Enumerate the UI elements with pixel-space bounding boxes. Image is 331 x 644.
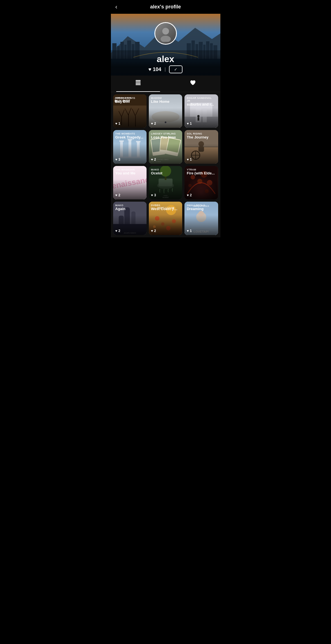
card-title-journey: The Journey [187, 135, 216, 140]
card-title-buy-dirt: Buy Dirt [115, 99, 144, 104]
card-artist-journey: SOL RISING [187, 132, 216, 135]
card-artist-dreaming: SMALLPOOLS [187, 204, 216, 207]
music-card-journey[interactable]: SOL RISING The Journey ♥ 1 [184, 130, 218, 163]
music-card-again[interactable]: AGAIN MAKO MAKO Again ♥ 2 [113, 202, 147, 235]
profile-hero: alex ♥ 104 | ✓ [111, 14, 220, 76]
checkmark-icon: ✓ [174, 67, 177, 72]
profile-stats: ♥ 104 | ✓ [111, 65, 220, 73]
music-card-you-and-me[interactable]: Renaissance THE MAGICIAN You and Me ♥ 2 [113, 166, 147, 199]
profile-name: alex [111, 54, 220, 64]
page-title: alex's profile [150, 4, 181, 10]
card-artist-fire: YTRAM [187, 168, 216, 171]
card-artist-again: MAKO [115, 204, 144, 207]
card-likes-lose-you: ♥ 2 [151, 158, 180, 161]
heart-tab-icon [189, 79, 197, 88]
heart-icon: ♥ [151, 229, 153, 233]
music-card-west-coast[interactable]: WEST COAST DVBBS West Coast (f... ♥ 2 [149, 202, 182, 235]
svg-point-21 [161, 36, 171, 42]
card-artist-ocelot: MAKO [151, 168, 180, 171]
card-artist-lose-you: LINDSEY STIRLING [151, 132, 180, 135]
tab-bar [111, 76, 220, 92]
svg-rect-23 [136, 81, 141, 82]
card-likes-journey: ♥ 1 [187, 158, 216, 161]
music-grid: JORDAN DAVIS BUY DIRT JORDAN DAVIS Buy D… [111, 92, 220, 237]
likes-count: ♥ 104 [149, 67, 161, 72]
card-title-ocelot: Ocelot [151, 171, 180, 176]
avatar [154, 22, 177, 45]
card-likes-buy-dirt: ♥ 1 [115, 122, 144, 126]
collection-icon [134, 79, 142, 88]
card-artist-greek: THE WOMBATS [115, 132, 144, 135]
card-likes-fire: ♥ 2 [187, 193, 216, 197]
avatar-image [155, 23, 176, 44]
heart-icon: ♥ [187, 193, 189, 197]
music-card-greek-tragedy[interactable]: THE WOMBATS Greek Tragedy... ♥ 3 [113, 130, 147, 163]
tab-likes[interactable] [166, 76, 220, 92]
heart-icon: ♥ [115, 193, 117, 197]
heart-icon: ♥ [187, 229, 189, 233]
card-title-dreaming: Dreaming [187, 207, 216, 211]
back-button[interactable]: ‹ [115, 3, 117, 11]
music-card-dreaming[interactable]: LOVETAP! SMALLPOOLS SMALLPOOLS Dreaming … [184, 202, 218, 235]
music-card-buy-dirt[interactable]: JORDAN DAVIS BUY DIRT JORDAN DAVIS Buy D… [113, 94, 147, 128]
svg-rect-25 [136, 84, 141, 85]
card-likes-like-home: ♥ 2 [151, 122, 180, 126]
music-card-lose-you[interactable]: Lose You Now LINDSEY STIRLING x MAKO LIN… [149, 130, 182, 163]
card-title-like-home: Like Home [151, 99, 180, 104]
heart-icon: ♥ [151, 158, 153, 161]
card-title-you-and-me: You and Me [115, 171, 144, 176]
card-title-west-coast: West Coast (f... [151, 207, 180, 211]
svg-rect-22 [136, 80, 141, 81]
card-likes-dreaming: ♥ 1 [187, 229, 216, 233]
heart-icon: ♥ [151, 122, 153, 126]
heart-icon: ♥ [115, 158, 117, 161]
svg-point-20 [162, 28, 169, 35]
card-likes-suburbs: ♥ 1 [187, 122, 216, 126]
music-card-ocelot[interactable]: ocelot mako MAKO Ocelot ♥ 3 [149, 166, 182, 199]
heart-icon: ♥ [151, 193, 153, 197]
card-artist-buy-dirt: JORDAN DAVIS [115, 97, 144, 99]
card-likes-greek: ♥ 3 [115, 158, 144, 161]
tab-collection[interactable] [111, 76, 166, 92]
card-title-again: Again [115, 207, 144, 211]
card-title-suburbs: suburbs and r... [187, 102, 216, 107]
heart-icon: ♥ [187, 122, 189, 126]
profile-info: alex ♥ 104 | ✓ [111, 54, 220, 76]
card-title-greek: Greek Tragedy... [115, 135, 144, 140]
follow-button[interactable]: ✓ [169, 65, 182, 73]
heart-icon: ♥ [115, 122, 117, 126]
heart-icon: ♥ [187, 158, 189, 161]
card-likes-west-coast: ♥ 2 [151, 229, 180, 233]
card-title-lose-you: Lose You Now [151, 135, 180, 140]
card-artist-west-coast: DVBBS [151, 204, 180, 207]
likes-number: 104 [153, 67, 161, 72]
heart-icon: ♥ [149, 67, 152, 72]
card-likes-again: ♥ 2 [115, 229, 144, 233]
card-artist-suburbs: EDGAR SANDOVAL JR [187, 97, 216, 102]
music-card-fire[interactable]: YTRAM Fire (with Elde... ♥ 2 [184, 166, 218, 199]
card-likes-you-and-me: ♥ 2 [115, 193, 144, 197]
music-card-like-home[interactable]: MADISM Like Home ♥ 2 [149, 94, 182, 128]
heart-icon: ♥ [115, 229, 117, 233]
card-title-fire: Fire (with Elde... [187, 171, 216, 176]
card-likes-ocelot: ♥ 3 [151, 193, 180, 197]
svg-rect-24 [136, 83, 141, 84]
card-artist-like-home: MADISM [151, 97, 180, 99]
music-card-suburbs[interactable]: EDGAR SANDOVAL JR suburbs and r... ♥ 1 [184, 94, 218, 128]
header: ‹ alex's profile [111, 0, 220, 14]
card-artist-you-and-me: THE MAGICIAN [115, 168, 144, 171]
